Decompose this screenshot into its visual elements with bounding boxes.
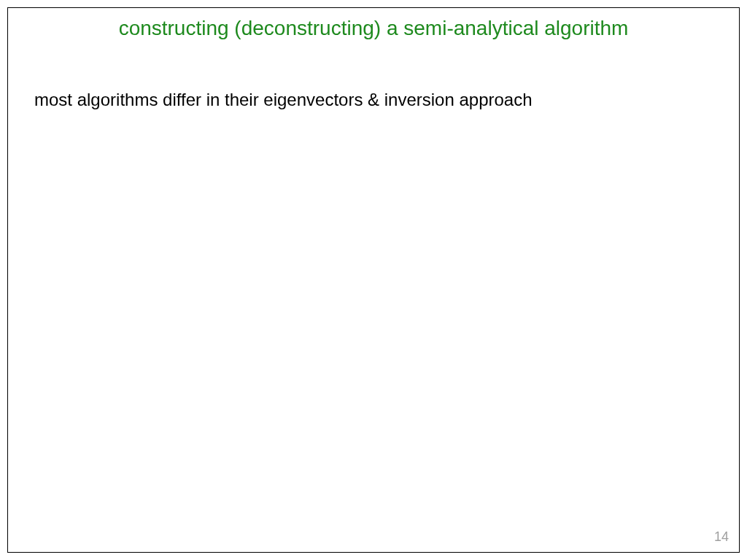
slide-frame: constructing (deconstructing) a semi-ana… xyxy=(7,7,740,553)
slide-title: constructing (deconstructing) a semi-ana… xyxy=(8,17,739,40)
slide-body-text: most algorithms differ in their eigenvec… xyxy=(34,90,533,110)
page-number: 14 xyxy=(714,529,729,545)
